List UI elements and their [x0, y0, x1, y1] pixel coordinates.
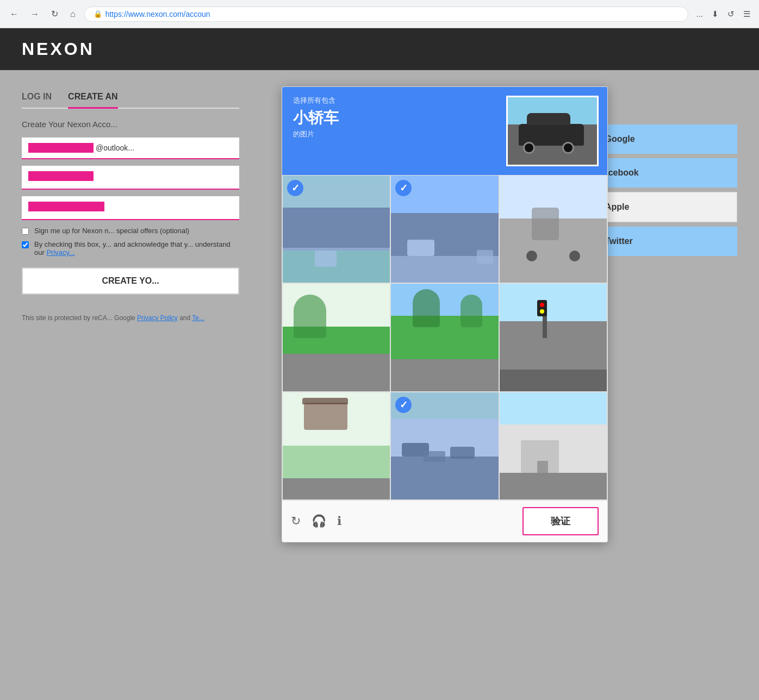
captcha-cell-8[interactable] — [499, 392, 607, 500]
tab-login[interactable]: LOG IN — [22, 86, 52, 109]
page-content: NEXON LOG IN CREATE AN Create Your Nexon… — [0, 28, 759, 700]
captcha-cell-0[interactable]: ✓ — [282, 175, 390, 283]
scene-busstop — [283, 392, 390, 499]
password-bar — [28, 171, 94, 181]
check-badge-1: ✓ — [395, 180, 412, 196]
scene-park — [283, 284, 390, 391]
address-bar[interactable]: 🔒 https://www.nexon.com/accoun — [84, 7, 689, 22]
lock-icon: 🔒 — [94, 10, 102, 18]
footer-privacy-link[interactable]: Privacy Policy — [137, 314, 178, 322]
checkbox-offers-label: Sign me up for Nexon n... special offers… — [34, 227, 189, 235]
captcha-footer: ↻ 🎧 ℹ 验证 — [282, 500, 607, 542]
back-button[interactable]: ← — [7, 7, 22, 21]
captcha-cell-6[interactable] — [282, 392, 390, 500]
captcha-subject: 小轿车 — [293, 108, 339, 128]
captcha-cell-4[interactable] — [390, 283, 499, 391]
captcha-cell-2[interactable] — [499, 175, 607, 283]
captcha-grid: ✓ ✓ — [282, 175, 607, 500]
extensions-button[interactable]: ... — [694, 7, 705, 21]
checkbox-row-2: By checking this box, y... and acknowled… — [22, 240, 239, 257]
nexon-logo: NEXON — [22, 39, 95, 59]
checkbox-offers[interactable] — [22, 228, 29, 235]
check-badge-0: ✓ — [287, 180, 303, 196]
chrome-actions: ... ⬇ ↺ ☰ — [694, 7, 752, 21]
footer-text: This site is protected by reCA... Google… — [22, 314, 239, 322]
captcha-footer-icons: ↻ 🎧 ℹ — [291, 514, 341, 528]
browser-chrome: ← → ↻ ⌂ 🔒 https://www.nexon.com/accoun .… — [0, 0, 759, 28]
captcha-verify-button[interactable]: 验证 — [522, 507, 599, 535]
captcha-overlay: 选择所有包含 小轿车 的图片 — [282, 86, 608, 542]
url-text: https://www.nexon.com/accoun — [105, 10, 210, 18]
captcha-subtext: 的图片 — [293, 129, 339, 139]
captcha-cell-1[interactable]: ✓ — [390, 175, 499, 283]
email-field-container: @outlook... — [22, 138, 239, 159]
create-account-button[interactable]: CREATE YO... — [22, 267, 239, 295]
captcha-header: 选择所有包含 小轿车 的图片 — [282, 87, 607, 175]
main-area: LOG IN CREATE AN Create Your Nexon Acco.… — [0, 70, 759, 338]
privacy-link[interactable]: Privacy... — [46, 248, 75, 257]
captcha-info-button[interactable]: ℹ — [337, 514, 341, 528]
captcha-header-text: 选择所有包含 小轿车 的图片 — [293, 96, 339, 139]
email-highlight — [28, 143, 94, 153]
scene-building — [500, 392, 607, 499]
form-tabs: LOG IN CREATE AN — [22, 86, 239, 109]
captcha-preview-image — [506, 96, 599, 166]
confirm-field[interactable] — [22, 196, 239, 220]
home-button[interactable]: ⌂ — [67, 7, 79, 21]
reload-button[interactable]: ↻ — [48, 7, 61, 21]
form-area: LOG IN CREATE AN Create Your Nexon Acco.… — [22, 86, 239, 322]
checkbox-terms-label: By checking this box, y... and acknowled… — [34, 240, 239, 257]
scene-trees — [391, 284, 498, 391]
captcha-instruction: 选择所有包含 — [293, 96, 339, 105]
forward-button[interactable]: → — [27, 7, 42, 21]
captcha-audio-button[interactable]: 🎧 — [312, 514, 326, 528]
captcha-cell-3[interactable] — [282, 283, 390, 391]
check-badge-7: ✓ — [395, 397, 412, 413]
menu-button[interactable]: ☰ — [741, 7, 752, 21]
email-suffix: @outlook... — [94, 138, 141, 158]
captcha-cell-5[interactable] — [499, 283, 607, 391]
scene-motorcycle — [500, 176, 607, 283]
undo-button[interactable]: ↺ — [725, 7, 737, 21]
confirm-bar — [28, 202, 104, 211]
captcha-cell-7[interactable]: ✓ — [390, 392, 499, 500]
nexon-header: NEXON — [0, 28, 759, 70]
checkbox-row-1: Sign me up for Nexon n... special offers… — [22, 227, 239, 235]
password-field[interactable] — [22, 166, 239, 190]
download-button[interactable]: ⬇ — [710, 7, 721, 21]
scene-traffic — [500, 284, 607, 391]
checkbox-terms[interactable] — [22, 241, 29, 248]
footer-terms-link[interactable]: Te... — [192, 314, 204, 322]
captcha-reload-button[interactable]: ↻ — [291, 514, 301, 528]
form-subtitle: Create Your Nexon Acco... — [22, 120, 239, 129]
tab-create[interactable]: CREATE AN — [68, 86, 118, 109]
